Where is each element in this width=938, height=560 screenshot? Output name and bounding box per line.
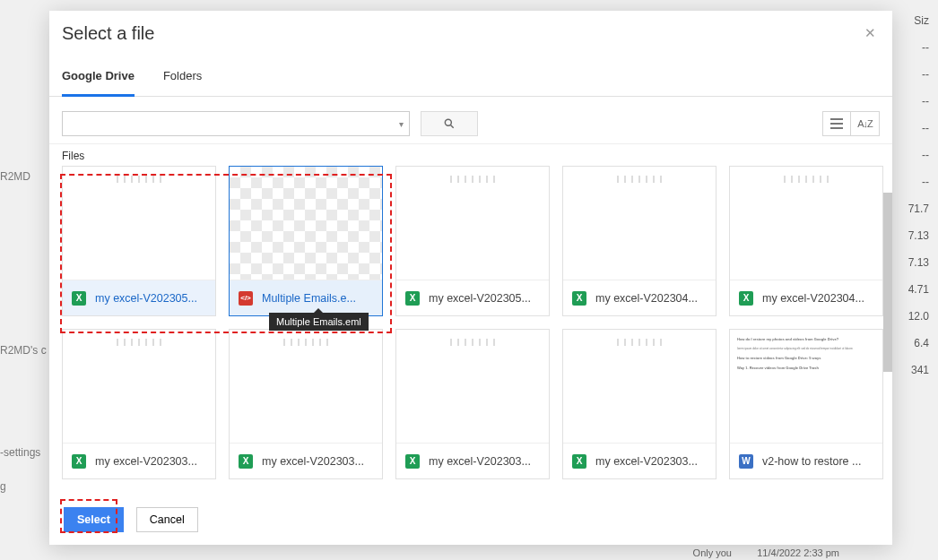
file-meta: </>Multiple Emails.e... (230, 280, 382, 315)
file-card[interactable]: How do I restore my photos and videos fr… (729, 329, 883, 479)
file-card[interactable]: </>Multiple Emails.e... (229, 166, 383, 316)
file-thumbnail (396, 330, 549, 443)
file-thumbnail: How do I restore my photos and videos fr… (730, 330, 882, 443)
file-card[interactable]: Xmy excel-V202305... (62, 166, 216, 316)
file-card[interactable]: Xmy excel-V202303... (62, 329, 216, 479)
svg-rect-4 (830, 127, 843, 129)
file-card[interactable]: Xmy excel-V202304... (729, 166, 883, 316)
file-meta: Xmy excel-V202305... (396, 280, 549, 315)
bg-time: 11/4/2022 2:33 pm (757, 547, 839, 558)
file-name-label: my excel-V202303... (262, 455, 364, 468)
file-name-label: my excel-V202303... (95, 455, 197, 468)
bg-size-cell: 12.0 (893, 303, 929, 330)
bg-size-column: Siz------------71.77.137.134.7112.06.434… (893, 0, 938, 560)
close-icon[interactable]: ✕ (862, 25, 878, 41)
picker-toolbar: ▾ A↓Z (49, 97, 892, 144)
bg-size-cell: -- (893, 142, 929, 168)
file-meta: Wv2-how to restore ... (730, 443, 882, 478)
file-card[interactable]: Xmy excel-V202303... (229, 329, 383, 479)
bg-size-cell: 6.4 (893, 330, 929, 357)
bg-size-cell: 7.13 (893, 222, 929, 249)
file-meta: Xmy excel-V202303... (396, 443, 549, 478)
bg-text: g (0, 480, 47, 493)
search-icon (443, 117, 456, 130)
code-file-icon: </> (239, 291, 253, 306)
file-thumbnail (563, 167, 716, 280)
bg-size-cell: 4.71 (893, 276, 929, 303)
svg-point-0 (445, 119, 451, 125)
file-card[interactable]: Xmy excel-V202305... (395, 166, 550, 316)
bg-text: -settings (0, 446, 47, 459)
search-input[interactable]: ▾ (62, 111, 410, 136)
file-grid: Xmy excel-V202305...</>Multiple Emails.e… (62, 166, 880, 479)
modal-title: Select a file (62, 23, 874, 44)
file-name-label: my excel-V202305... (429, 292, 531, 305)
excel-file-icon: X (405, 454, 420, 469)
bg-size-cell: 341 (893, 357, 929, 383)
picker-tabs: Google Drive Folders (49, 64, 892, 97)
picker-content: Files Xmy excel-V202305...</>Multiple Em… (49, 144, 892, 496)
bg-size-cell: -- (893, 88, 929, 115)
bg-text: R2MD's c (0, 344, 47, 357)
file-card[interactable]: Xmy excel-V202303... (395, 329, 550, 479)
file-thumbnail (230, 167, 382, 280)
excel-file-icon: X (72, 291, 86, 306)
search-button[interactable] (421, 111, 478, 136)
picker-footer: Select Cancel (49, 496, 892, 545)
file-meta: Xmy excel-V202304... (563, 280, 716, 315)
list-icon (830, 118, 843, 129)
chevron-down-icon[interactable]: ▾ (399, 119, 404, 129)
file-meta: Xmy excel-V202304... (730, 280, 882, 315)
word-file-icon: W (739, 454, 753, 469)
bg-size-cell: -- (893, 34, 929, 61)
tab-google-drive[interactable]: Google Drive (62, 64, 135, 97)
file-name-label: my excel-V202303... (429, 455, 531, 468)
svg-line-1 (450, 125, 453, 127)
sort-icon: A↓Z (857, 118, 873, 129)
excel-file-icon: X (739, 291, 753, 306)
files-section-label: Files (62, 150, 880, 162)
select-button[interactable]: Select (64, 507, 124, 532)
bg-size-cell: -- (893, 168, 929, 195)
bg-size-cell: 71.7 (893, 195, 929, 222)
file-meta: Xmy excel-V202305... (63, 280, 215, 315)
bg-size-cell: 7.13 (893, 249, 929, 276)
bg-size-cell: -- (893, 61, 929, 88)
excel-file-icon: X (405, 291, 420, 306)
file-card[interactable]: Xmy excel-V202303... (562, 329, 717, 479)
excel-file-icon: X (572, 291, 586, 306)
file-thumbnail (563, 330, 716, 443)
bg-owner: Only you (693, 547, 732, 558)
file-thumbnail (230, 330, 382, 443)
svg-rect-3 (830, 123, 843, 125)
file-name-label: my excel-V202305... (95, 292, 197, 305)
file-name-label: my excel-V202304... (762, 292, 864, 305)
bg-text: R2MD (0, 170, 47, 183)
cancel-button[interactable]: Cancel (136, 507, 198, 532)
file-meta: Xmy excel-V202303... (563, 443, 716, 478)
file-meta: Xmy excel-V202303... (230, 443, 382, 478)
list-view-button[interactable] (822, 111, 851, 136)
file-name-label: my excel-V202303... (595, 455, 698, 468)
svg-rect-2 (830, 118, 843, 120)
file-card[interactable]: Xmy excel-V202304... (562, 166, 717, 316)
file-thumbnail (63, 167, 215, 280)
bg-size-cell: -- (893, 115, 929, 142)
file-meta: Xmy excel-V202303... (63, 443, 215, 478)
file-thumbnail (730, 167, 882, 280)
tab-folders[interactable]: Folders (163, 64, 202, 96)
file-thumbnail (396, 167, 549, 280)
file-picker-modal: Select a file ✕ Google Drive Folders ▾ A… (49, 11, 892, 545)
sort-button[interactable]: A↓Z (851, 111, 880, 136)
scrollbar-thumb[interactable] (883, 193, 892, 372)
file-tooltip: Multiple Emails.eml (269, 313, 369, 331)
bg-size-cell: Siz (893, 7, 929, 34)
file-thumbnail (63, 330, 215, 443)
excel-file-icon: X (72, 454, 86, 469)
file-name-label: my excel-V202304... (595, 292, 698, 305)
file-name-label: Multiple Emails.e... (262, 292, 356, 305)
excel-file-icon: X (239, 454, 253, 469)
file-name-label: v2-how to restore ... (762, 455, 861, 468)
excel-file-icon: X (572, 454, 586, 469)
